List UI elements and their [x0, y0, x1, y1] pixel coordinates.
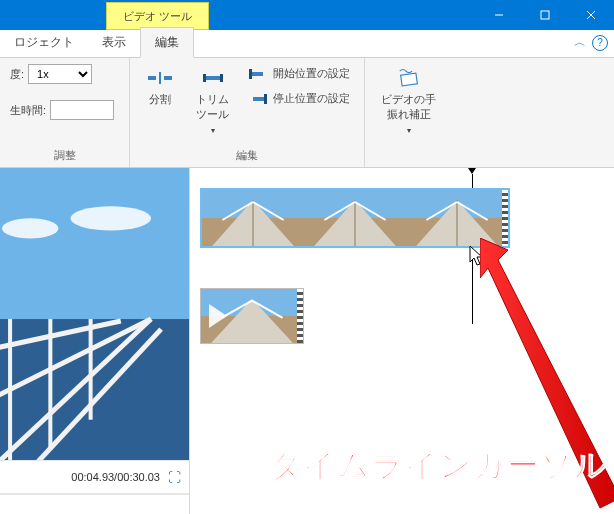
set-start-button[interactable]: 開始位置の設定 — [245, 64, 354, 83]
workspace: 00:04.93/00:30.03 ⛶ タイムライン — [0, 168, 614, 514]
timeline-clip-1[interactable] — [200, 188, 510, 248]
svg-rect-1 — [541, 11, 549, 19]
tab-edit[interactable]: 編集 — [140, 27, 194, 58]
split-icon — [146, 68, 174, 88]
preview-image — [0, 168, 189, 460]
preview-timebar: 00:04.93/00:30.03 ⛶ — [0, 460, 189, 494]
minimize-button[interactable] — [476, 0, 522, 30]
ribbon-tab-row: ロジェクト 表示 編集 ︿ ? — [0, 30, 614, 58]
chevron-up-icon: ︿ — [574, 34, 586, 51]
trim-icon — [199, 68, 227, 88]
annotation-label: タイムラインカーソル — [269, 444, 608, 488]
speed-label: 度: — [10, 67, 24, 82]
tab-project[interactable]: ロジェクト — [0, 28, 88, 57]
fullscreen-icon[interactable]: ⛶ — [168, 470, 181, 485]
group-edit: 分割 トリム ツール ▾ 開始位置の設定 停止位置の設定 編集 — [130, 58, 365, 167]
close-button[interactable] — [568, 0, 614, 30]
svg-point-24 — [2, 218, 58, 238]
svg-rect-4 — [148, 76, 156, 80]
svg-rect-9 — [220, 74, 223, 82]
svg-rect-15 — [0, 168, 189, 319]
svg-point-25 — [70, 206, 151, 230]
play-overlay-icon — [209, 304, 227, 328]
film-edge-icon — [297, 289, 303, 343]
preview-time: 00:04.93/00:30.03 — [71, 471, 160, 483]
context-tab-video-tools[interactable]: ビデオ ツール — [106, 2, 209, 30]
svg-rect-5 — [164, 76, 172, 80]
group-stabilize: ビデオの手 振れ補正 ▾ — [365, 58, 452, 167]
preview-pane: 00:04.93/00:30.03 ⛶ — [0, 168, 190, 514]
stabilize-button[interactable]: ビデオの手 振れ補正 ▾ — [375, 64, 442, 139]
trim-button[interactable]: トリム ツール ▾ — [190, 64, 235, 139]
playtime-label: 生時間: — [10, 103, 46, 118]
split-button[interactable]: 分割 — [140, 64, 180, 111]
timeline-clip-2[interactable] — [200, 288, 304, 344]
start-marker-icon — [249, 67, 267, 81]
help-icon[interactable]: ? — [592, 35, 608, 51]
svg-rect-14 — [400, 73, 417, 86]
chevron-down-icon: ▾ — [211, 126, 215, 135]
title-bar: ビデオ ツール — [0, 0, 614, 30]
chevron-down-icon: ▾ — [407, 126, 411, 135]
ribbon: 度: 1x 生時間: 調整 分割 トリム ツール ▾ — [0, 58, 614, 168]
end-marker-icon — [249, 92, 267, 106]
group-adjust: 度: 1x 生時間: 調整 — [0, 58, 130, 167]
playtime-input[interactable] — [50, 100, 114, 120]
tab-view[interactable]: 表示 — [88, 28, 140, 57]
svg-rect-8 — [203, 74, 206, 82]
svg-rect-13 — [264, 94, 267, 104]
set-end-button[interactable]: 停止位置の設定 — [245, 89, 354, 108]
ribbon-help[interactable]: ︿ ? — [574, 34, 608, 51]
group-edit-title: 編集 — [140, 146, 354, 163]
svg-rect-11 — [249, 69, 252, 79]
stabilize-icon — [395, 68, 423, 88]
timeline-pane[interactable]: タイムラインカーソル — [190, 168, 614, 514]
speed-select[interactable]: 1x — [28, 64, 92, 84]
maximize-button[interactable] — [522, 0, 568, 30]
group-adjust-title: 調整 — [10, 146, 119, 163]
